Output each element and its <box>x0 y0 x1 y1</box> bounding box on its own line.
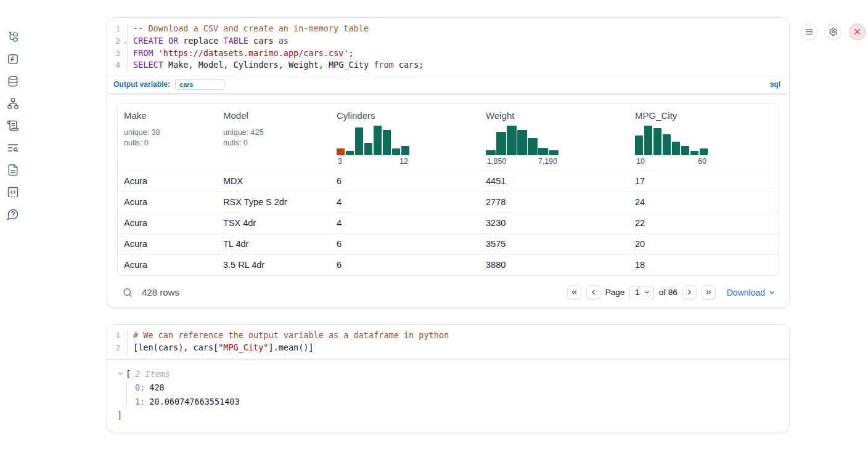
code-text: FROM 'https://datasets.marimo.app/cars.c… <box>128 47 354 60</box>
list-item[interactable]: 1:20.060747663551403 <box>135 394 779 408</box>
table-row[interactable]: AcuraRSX Type S 2dr4277824 <box>118 192 779 212</box>
histogram-bar[interactable] <box>337 148 345 155</box>
table-cell: Acura <box>118 213 217 233</box>
histogram-bar[interactable] <box>374 126 382 155</box>
first-page-button[interactable] <box>567 285 581 299</box>
sidebar-item-datasources[interactable] <box>7 75 19 87</box>
line-number-gutter: 1 <box>107 330 128 342</box>
histogram-bar[interactable] <box>496 132 506 155</box>
histogram-bar[interactable] <box>364 143 372 155</box>
code-line[interactable]: 1-- Download a CSV and create an in-memo… <box>107 23 789 35</box>
histogram-bar[interactable] <box>681 146 689 155</box>
histogram-bar[interactable] <box>538 148 548 155</box>
histogram-min-label: 3 <box>338 157 342 166</box>
sidebar-item-logs[interactable] <box>7 119 19 132</box>
sidebar-item-functions[interactable] <box>7 53 19 65</box>
column-stat: nulls: 0 <box>223 138 324 148</box>
histogram-bar[interactable] <box>528 138 538 155</box>
table-cell: 3880 <box>480 255 629 275</box>
sql-code-editor[interactable]: 1-- Download a CSV and create an in-memo… <box>107 18 789 76</box>
sql-output-area: Makeunique: 38nulls: 0Modelunique: 425nu… <box>107 94 789 307</box>
fold-chevron-icon[interactable]: ⌄ <box>124 36 127 48</box>
code-line[interactable]: 1# We can reference the output variable … <box>107 330 789 342</box>
list-item[interactable]: 0:428 <box>135 381 779 395</box>
column-header-cylinders[interactable]: Cylinders312 <box>330 103 480 171</box>
sidebar-item-documentation[interactable] <box>7 164 19 176</box>
table-cell: 4451 <box>480 171 629 192</box>
column-header-mpg_city[interactable]: MPG_City1060 <box>629 103 779 171</box>
table-cell: 22 <box>629 213 779 233</box>
table-cell: Acura <box>118 171 217 192</box>
histogram-bar[interactable] <box>401 146 409 155</box>
histogram-bar[interactable] <box>690 151 698 155</box>
language-badge[interactable]: sql <box>770 80 783 89</box>
table-header: Makeunique: 38nulls: 0Modelunique: 425nu… <box>118 103 779 171</box>
code-token: TABLE <box>223 36 248 46</box>
histogram-bar[interactable] <box>486 150 496 155</box>
top-right-controls <box>801 23 866 40</box>
histogram-bar[interactable] <box>653 128 661 155</box>
table-row[interactable]: Acura3.5 RL 4dr6388018 <box>118 254 779 275</box>
page-select[interactable]: 1 <box>629 286 654 299</box>
histogram-bar[interactable] <box>392 148 400 155</box>
column-histogram[interactable]: 1060 <box>635 126 772 166</box>
last-page-button[interactable] <box>702 285 716 299</box>
column-stats: unique: 425nulls: 0 <box>223 127 324 148</box>
code-token: CREATE OR <box>133 36 178 46</box>
download-button[interactable]: Download <box>727 288 776 297</box>
column-header-make[interactable]: Makeunique: 38nulls: 0 <box>118 103 217 171</box>
sidebar-item-snippets[interactable] <box>7 186 19 198</box>
histogram-min-label: 10 <box>636 157 645 166</box>
histogram-bar[interactable] <box>507 126 517 155</box>
table-cell: 4 <box>330 192 480 212</box>
chevrons-left-icon <box>570 288 578 296</box>
histogram-bar[interactable] <box>635 136 643 155</box>
histogram-bar[interactable] <box>700 148 708 155</box>
code-line[interactable]: 4SELECT Make, Model, Cylinders, Weight, … <box>107 59 789 71</box>
settings-button[interactable] <box>825 23 841 40</box>
sidebar-item-dependency-graph[interactable] <box>7 97 19 110</box>
table-row[interactable]: AcuraMDX6445117 <box>118 171 779 192</box>
histogram-bar[interactable] <box>663 134 671 155</box>
table-cell: TL 4dr <box>217 234 330 254</box>
sidebar-item-file-explorer[interactable] <box>7 31 19 43</box>
code-line[interactable]: 3FROM 'https://datasets.marimo.app/cars.… <box>107 47 789 60</box>
column-histogram[interactable]: 312 <box>337 126 473 166</box>
next-page-button[interactable] <box>682 285 697 299</box>
network-icon <box>7 97 19 110</box>
histogram-bar[interactable] <box>672 142 680 155</box>
code-line[interactable]: 2⌄CREATE OR replace TABLE cars as <box>107 35 789 47</box>
column-stats: unique: 38nulls: 0 <box>124 127 211 148</box>
chevron-right-icon <box>686 288 694 296</box>
histogram-bar[interactable] <box>346 151 354 155</box>
column-header-weight[interactable]: Weight1,8507,190 <box>480 103 629 171</box>
histogram-axis-labels: 1060 <box>635 157 708 166</box>
histogram-bar[interactable] <box>549 150 559 155</box>
column-name: Weight <box>486 110 623 122</box>
histogram-bar[interactable] <box>383 130 391 155</box>
sidebar <box>0 17 26 220</box>
collapse-chevron-icon[interactable] <box>117 370 124 377</box>
sidebar-item-help[interactable] <box>7 208 19 220</box>
histogram-bar[interactable] <box>644 126 652 155</box>
close-icon <box>853 27 862 36</box>
column-name: Model <box>223 110 324 122</box>
code-token: replace <box>178 36 223 46</box>
menu-button[interactable] <box>801 23 817 40</box>
prev-page-button[interactable] <box>586 285 600 299</box>
line-number-gutter: 1 <box>107 23 128 35</box>
shutdown-button[interactable] <box>849 23 866 40</box>
code-line[interactable]: 2[len(cars), cars["MPG_City"].mean()] <box>107 342 789 354</box>
table-row[interactable]: AcuraTSX 4dr4323022 <box>118 212 779 233</box>
code-token: [len(cars), cars[ <box>133 342 218 352</box>
table-row[interactable]: AcuraTL 4dr6357520 <box>118 233 779 254</box>
histogram-bar[interactable] <box>355 127 363 155</box>
python-code-editor[interactable]: 1# We can reference the output variable … <box>107 325 789 358</box>
column-header-model[interactable]: Modelunique: 425nulls: 0 <box>217 103 330 171</box>
histogram-bar[interactable] <box>517 130 527 155</box>
sidebar-item-scratchpad-search[interactable] <box>7 142 19 154</box>
search-icon[interactable] <box>122 287 133 298</box>
output-variable-input[interactable] <box>175 79 224 90</box>
column-histogram[interactable]: 1,8507,190 <box>486 126 623 166</box>
tree-children: 0:4281:20.060747663551403 <box>126 381 779 408</box>
